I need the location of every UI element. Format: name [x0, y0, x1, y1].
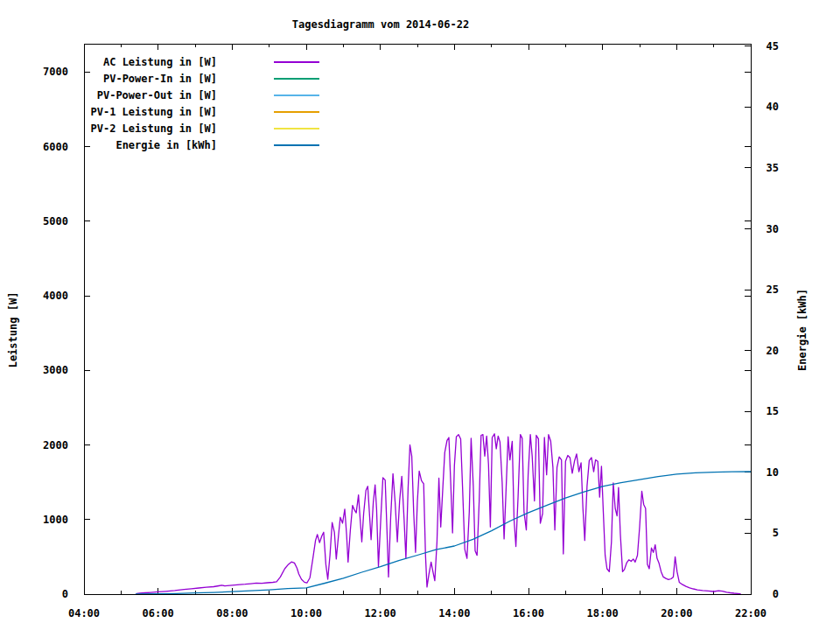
y1-tick-label: 3000 [43, 364, 68, 376]
y2-tick-label: 40 [766, 101, 779, 113]
y1-tick-label: 0 [62, 588, 68, 600]
legend-label: AC Leistung in [W] [103, 56, 217, 68]
x-tick-label: 06:00 [143, 607, 174, 620]
x-tick-label: 04:00 [68, 607, 100, 620]
y2-tick-label: 10 [766, 466, 779, 479]
legend-item-ac-leistung-in-w: AC Leistung in [W] [103, 56, 319, 68]
y1-tick-label: 2000 [43, 439, 68, 452]
legend-item-pv-power-in-in-w: PV-Power-In in [W] [103, 73, 319, 85]
series-line-ac-leistung-in-w [136, 434, 740, 594]
legend-label: PV-Power-Out in [W] [97, 89, 217, 102]
y2-tick-label: 5 [773, 527, 779, 539]
x-tick-label: 10:00 [290, 607, 322, 620]
x-tick-label: 16:00 [513, 607, 544, 620]
chart-canvas: Tagesdiagramm vom 2014-06-22 Leistung [W… [0, 0, 840, 630]
y2-tick-label: 30 [766, 223, 779, 235]
legend-label: PV-1 Leistung in [W] [91, 106, 218, 118]
chart-title: Tagesdiagramm vom 2014-06-22 [292, 18, 469, 31]
series-line-energie-in-kwh [136, 472, 751, 594]
y1-tick-label: 5000 [43, 215, 68, 228]
y1-tick-label: 6000 [43, 141, 68, 153]
x-tick-label: 20:00 [661, 607, 692, 620]
y2-tick-label: 35 [766, 162, 779, 174]
y1-axis-label: Leistung [W] [7, 292, 19, 368]
legend-label: PV-Power-In in [W] [103, 73, 217, 85]
x-tick-label: 14:00 [438, 607, 470, 620]
legend-item-pv-1-leistung-in-w: PV-1 Leistung in [W] [91, 106, 320, 118]
data-series [136, 434, 751, 594]
y2-tick-label: 25 [766, 284, 779, 296]
y1-tick-label: 1000 [43, 514, 68, 526]
x-tick-label: 08:00 [216, 607, 248, 620]
x-tick-label: 12:00 [365, 607, 396, 620]
y2-tick-label: 15 [766, 405, 779, 417]
x-tick-label: 18:00 [587, 607, 619, 620]
legend-label: Energie in [kWh] [116, 139, 217, 151]
y2-tick-label: 20 [766, 345, 779, 357]
legend-label: PV-2 Leistung in [W] [91, 122, 218, 135]
y2-tick-label: 0 [773, 588, 779, 600]
legend-item-energie-in-kwh: Energie in [kWh] [116, 139, 319, 151]
legend-item-pv-2-leistung-in-w: PV-2 Leistung in [W] [91, 122, 320, 135]
y2-tick-label: 45 [766, 40, 779, 52]
y2-axis-label: Energie [kWh] [796, 289, 808, 371]
x-tick-label: 22:00 [735, 607, 766, 620]
y1-tick-label: 7000 [43, 66, 68, 78]
y1-tick-label: 4000 [43, 290, 68, 302]
legend: AC Leistung in [W]PV-Power-In in [W]PV-P… [91, 56, 320, 151]
legend-item-pv-power-out-in-w: PV-Power-Out in [W] [97, 89, 319, 102]
tagesdiagramm-chart: Tagesdiagramm vom 2014-06-22 Leistung [W… [0, 0, 840, 630]
